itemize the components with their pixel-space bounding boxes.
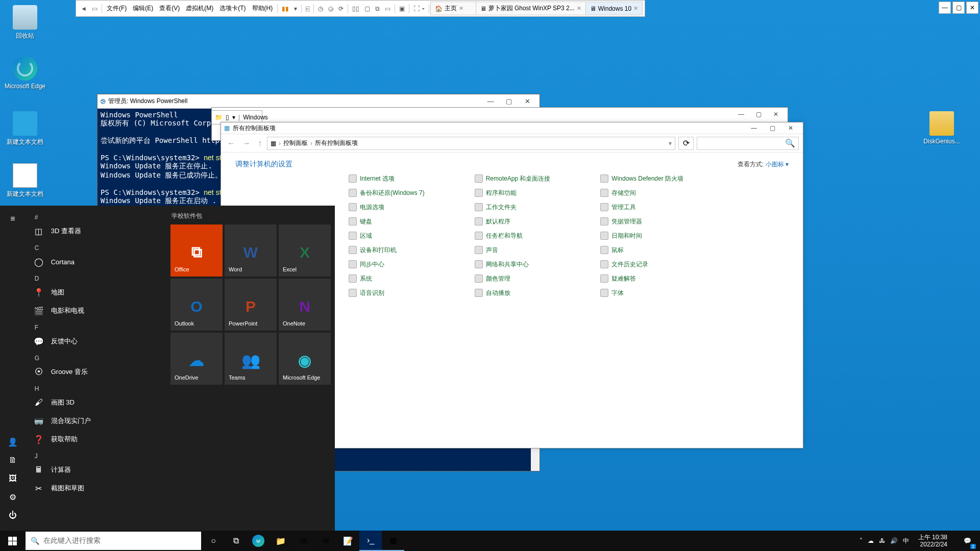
layout3-icon[interactable]: ⧉ (373, 4, 382, 13)
library-icon[interactable]: ▭ (89, 4, 100, 13)
cp-item[interactable]: 管理工具 (600, 202, 726, 213)
cp-item[interactable]: 语音识别 (349, 287, 475, 298)
layout2-icon[interactable]: ▢ (362, 4, 373, 13)
send-key-icon[interactable]: ⍇ (303, 4, 312, 13)
up-icon[interactable]: ↑ (256, 139, 264, 148)
snapshot-mgr-icon[interactable]: ◶ (326, 4, 336, 13)
snapshot-icon[interactable]: ◷ (315, 4, 326, 13)
cp-item[interactable]: 存储空间 (600, 187, 726, 198)
tile-edge[interactable]: ◉Microsoft Edge (279, 333, 331, 385)
start-app-item[interactable]: 📍地图 (26, 283, 166, 302)
tile-onenote[interactable]: NOneNote (279, 279, 331, 331)
start-app-item[interactable]: 🥽混合现实门户 (26, 412, 166, 430)
start-letter-header[interactable]: C (26, 240, 166, 253)
settings-icon[interactable]: ⚙ (5, 489, 21, 505)
documents-icon[interactable]: 🗎 (5, 452, 21, 468)
maximize-icon[interactable]: ▢ (500, 97, 518, 105)
taskbar-mail[interactable]: ✉ (314, 531, 337, 551)
cp-item[interactable]: 字体 (600, 287, 726, 298)
desktop-newtxt2[interactable]: 新建文本文档 (2, 163, 48, 198)
tab-close-icon[interactable]: ✕ (633, 5, 638, 12)
cp-titlebar[interactable]: ▦ 所有控制面板项 —▢✕ (221, 122, 803, 134)
cp-item[interactable]: RemoteApp 和桌面连接 (475, 173, 601, 184)
tile-powerpoint[interactable]: PPowerPoint (225, 279, 277, 331)
cp-item[interactable]: 程序和功能 (475, 187, 601, 198)
tray-ime[interactable]: 中 (903, 537, 909, 545)
cp-item[interactable]: 自动播放 (475, 287, 601, 298)
taskbar-search[interactable]: 🔍在此键入进行搜索 (26, 532, 201, 550)
desktop-newtxt1[interactable]: 新建文本文档 (2, 111, 48, 146)
tile-word[interactable]: WWord (225, 224, 277, 277)
forward-icon[interactable]: → (240, 139, 253, 148)
close-icon[interactable]: ✕ (781, 124, 800, 132)
vm-tab-home[interactable]: 🏠 主页✕ (430, 2, 476, 15)
taskbar-edge[interactable] (247, 531, 270, 551)
start-app-item[interactable]: ✂截图和草图 (26, 479, 166, 497)
menu-tabs[interactable]: 选项卡(T) (216, 3, 249, 14)
back-icon[interactable]: ◄ (78, 4, 89, 13)
cp-item[interactable]: 疑难解答 (600, 273, 726, 284)
taskbar-powershell[interactable]: ›_ (359, 531, 382, 551)
chevron-down-icon[interactable]: ▾ (669, 140, 672, 147)
desktop-recycle-bin[interactable]: 回收站 (2, 5, 48, 40)
cp-item[interactable]: 工作文件夹 (475, 202, 601, 213)
start-app-item[interactable]: 🖌画图 3D (26, 393, 166, 412)
vm-tab-xp[interactable]: 🖥 萝卜家园 Ghost WinXP SP3 2...✕ (476, 2, 586, 15)
console-icon[interactable]: ▣ (397, 4, 407, 13)
cp-item[interactable]: 任务栏和导航 (475, 230, 601, 241)
dropdown-icon[interactable]: ▾ (291, 4, 300, 13)
user-icon[interactable]: 👤 (5, 434, 21, 450)
maximize-icon[interactable]: ▢ (763, 124, 781, 132)
minimize-icon[interactable]: — (481, 97, 500, 105)
action-center-button[interactable]: 💬2 (957, 531, 978, 551)
start-letter-header[interactable]: H (26, 381, 166, 393)
cp-item[interactable]: 设备和打印机 (349, 244, 475, 256)
cp-item[interactable]: 网络和共享中心 (475, 259, 601, 270)
maximize-icon[interactable]: ▢ (750, 111, 767, 118)
taskbar-explorer[interactable]: 📁 (270, 531, 292, 551)
cp-item[interactable]: 备份和还原(Windows 7) (349, 187, 475, 198)
cp-item[interactable]: 凭据管理器 (600, 216, 726, 227)
cp-item[interactable]: 区域 (349, 230, 475, 241)
cp-item[interactable]: 声音 (475, 244, 601, 256)
power-icon[interactable]: ⏻ (5, 507, 21, 523)
tray-chevron-icon[interactable]: ˄ (860, 537, 863, 544)
menu-file[interactable]: 文件(F) (104, 3, 130, 14)
layout1-icon[interactable]: ▯▯ (350, 4, 362, 13)
tile-outlook[interactable]: OOutlook (170, 279, 223, 331)
start-app-item[interactable]: ◯Cortana (26, 253, 166, 271)
menu-help[interactable]: 帮助(H) (249, 3, 276, 14)
crumb-item[interactable]: 所有控制面板项 (315, 139, 358, 147)
close-icon[interactable]: ✕ (966, 2, 978, 14)
start-app-list[interactable]: #◫3D 查看器C◯CortanaD📍地图🎬电影和电视F💬反馈中心G⦿Groov… (26, 206, 166, 531)
task-view-button[interactable]: ⧉ (225, 531, 247, 551)
powershell-titlebar[interactable]: ⧁ 管理员: Windows PowerShell —▢✕ (97, 94, 540, 109)
search-input[interactable]: 🔍 (697, 137, 799, 150)
pictures-icon[interactable]: 🖼 (5, 470, 21, 487)
desktop-edge[interactable]: Microsoft Edge (2, 56, 48, 90)
close-icon[interactable]: ✕ (518, 97, 536, 105)
maximize-icon[interactable]: ▢ (952, 2, 965, 14)
tile-onedrive[interactable]: ☁OneDrive (170, 333, 223, 385)
cp-item[interactable]: 日期和时间 (600, 230, 726, 241)
start-app-item[interactable]: 🎬电影和电视 (26, 302, 166, 320)
tray-volume-icon[interactable]: 🔊 (890, 537, 898, 544)
cp-item[interactable]: Windows Defender 防火墙 (600, 173, 726, 184)
tray-onedrive-icon[interactable]: ☁ (868, 537, 874, 544)
menu-view[interactable]: 查看(V) (156, 3, 183, 14)
minimize-icon[interactable]: — (939, 2, 951, 14)
breadcrumb[interactable]: ▦› 控制面板› 所有控制面板项 ▾ (267, 137, 675, 150)
fullscreen-icon[interactable]: ⛶ ▾ (411, 4, 427, 13)
cp-item[interactable]: 鼠标 (600, 244, 726, 256)
cp-item[interactable]: 系统 (349, 273, 475, 284)
start-app-item[interactable]: ⦿Groove 音乐 (26, 363, 166, 381)
tile-teams[interactable]: 👥Teams (225, 333, 277, 385)
cp-item[interactable]: 文件历史记录 (600, 259, 726, 270)
desktop-diskgenius[interactable]: DiskGenius... (919, 111, 965, 145)
close-icon[interactable]: ✕ (767, 111, 785, 118)
tile-excel[interactable]: XExcel (279, 224, 331, 277)
cp-item[interactable]: 颜色管理 (475, 273, 601, 284)
minimize-icon[interactable]: — (745, 124, 763, 132)
taskbar-controlpanel[interactable]: ▦ (382, 531, 404, 551)
menu-edit[interactable]: 编辑(E) (130, 3, 156, 14)
